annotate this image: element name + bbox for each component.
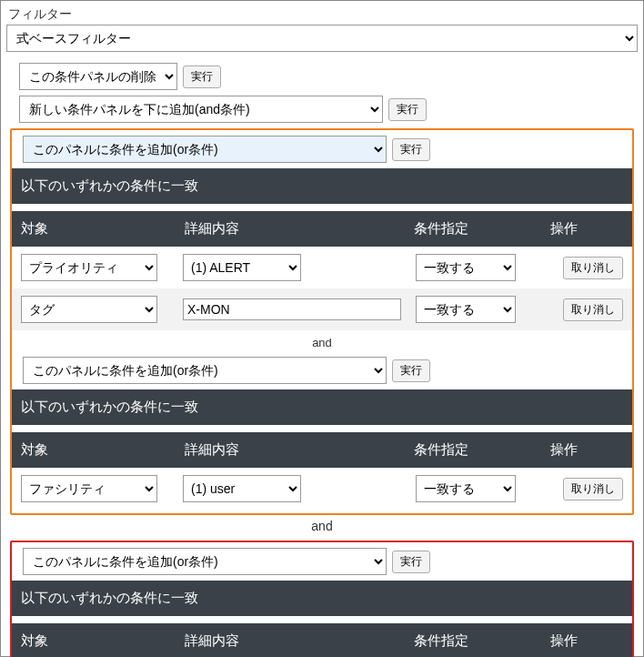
columns-header-1b: 対象 詳細内容 条件指定 操作 (12, 432, 632, 468)
target-select[interactable]: ファシリティ (21, 475, 157, 502)
and-separator-groups: and (6, 515, 638, 537)
criteria-select[interactable]: 一致する (416, 475, 516, 502)
col-action: 操作 (550, 441, 623, 459)
add-condition-select-1a[interactable]: このパネルに条件を追加(or条件) (23, 136, 387, 163)
detail-input[interactable] (183, 298, 401, 320)
detail-select[interactable]: (1) ALERT (183, 254, 301, 281)
condition-row: タグ 一致する 取り消し (12, 288, 632, 330)
col-detail: 詳細内容 (185, 220, 414, 238)
cancel-button[interactable]: 取り消し (563, 298, 623, 321)
filter-panel-root: フィルター 式ベースフィルター この条件パネルの削除 実行 新しい条件パネルを下… (0, 0, 644, 657)
condition-row: プライオリティ (1) ALERT 一致する 取り消し (12, 247, 632, 288)
col-target: 対象 (21, 632, 185, 650)
add-condition-select-2[interactable]: このパネルに条件を追加(or条件) (23, 548, 387, 575)
add-condition-execute-2[interactable]: 実行 (392, 551, 430, 573)
add-panel-execute-button[interactable]: 実行 (388, 98, 427, 121)
col-criteria: 条件指定 (414, 220, 550, 238)
delete-panel-select[interactable]: この条件パネルの削除 (19, 63, 177, 90)
col-criteria: 条件指定 (414, 632, 550, 650)
add-condition-select-1b[interactable]: このパネルに条件を追加(or条件) (23, 357, 387, 384)
col-target: 対象 (21, 220, 185, 238)
col-action: 操作 (550, 220, 623, 238)
criteria-select[interactable]: 一致する (416, 296, 516, 323)
and-separator: and (12, 330, 632, 351)
filter-label: フィルター (8, 6, 638, 23)
columns-header-1a: 対象 詳細内容 条件指定 操作 (12, 211, 632, 247)
add-condition-execute-1b[interactable]: 実行 (392, 359, 430, 382)
match-any-header-1a: 以下のいずれかの条件に一致 (12, 168, 632, 204)
condition-group-2: このパネルに条件を追加(or条件) 実行 以下のいずれかの条件に一致 対象 詳細… (10, 541, 634, 657)
condition-group-1: このパネルに条件を追加(or条件) 実行 以下のいずれかの条件に一致 対象 詳細… (10, 128, 634, 515)
col-detail: 詳細内容 (185, 441, 414, 459)
detail-select[interactable]: (1) user (183, 475, 301, 502)
add-panel-below-select[interactable]: 新しい条件パネルを下に追加(and条件) (19, 96, 383, 123)
target-select[interactable]: タグ (21, 296, 157, 323)
criteria-select[interactable]: 一致する (416, 254, 516, 281)
columns-header-2: 対象 詳細内容 条件指定 操作 (12, 623, 632, 657)
cancel-button[interactable]: 取り消し (563, 257, 623, 279)
cancel-button[interactable]: 取り消し (563, 478, 623, 500)
col-criteria: 条件指定 (414, 441, 550, 459)
target-select[interactable]: プライオリティ (21, 254, 157, 281)
match-any-header-1b: 以下のいずれかの条件に一致 (12, 389, 632, 425)
col-target: 対象 (21, 441, 185, 459)
delete-panel-execute-button[interactable]: 実行 (183, 66, 221, 88)
condition-row: ファシリティ (1) user 一致する 取り消し (12, 468, 632, 510)
col-detail: 詳細内容 (185, 632, 414, 650)
filter-type-select[interactable]: 式ベースフィルター (6, 25, 638, 52)
add-condition-execute-1a[interactable]: 実行 (392, 138, 430, 161)
col-action: 操作 (550, 632, 623, 650)
match-any-header-2: 以下のいずれかの条件に一致 (12, 581, 632, 616)
